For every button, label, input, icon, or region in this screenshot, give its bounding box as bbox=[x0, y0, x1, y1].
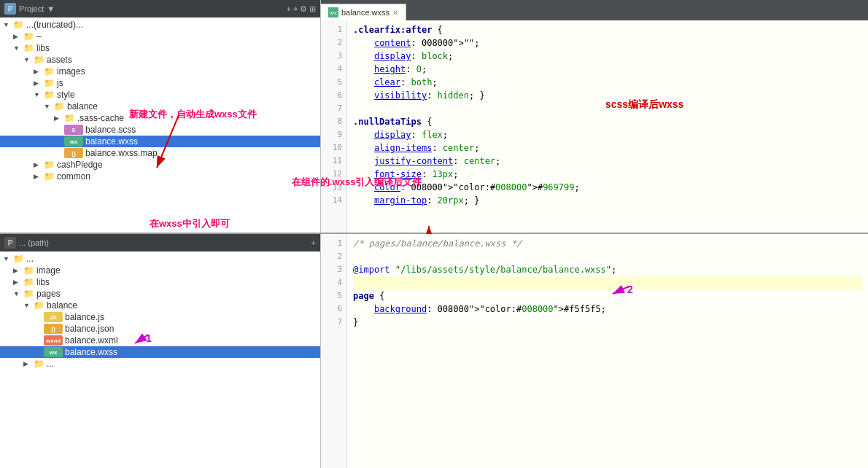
folder-icon: 📁 bbox=[44, 66, 55, 77]
tree-item-style[interactable]: ▼📁style bbox=[0, 89, 320, 101]
bottom-file-tree: ▼📁...▶📁image▶📁libs▼📁pages▼📁balanceJSbala… bbox=[0, 251, 320, 468]
tree-item-balance2[interactable]: ▼📁balance bbox=[0, 300, 320, 311]
folder-icon: 📁 bbox=[13, 254, 24, 264]
file-badge-file-wxml: wxml bbox=[44, 335, 63, 346]
code-line: color: 008000">"color:#008000">#969799; bbox=[353, 181, 862, 194]
line-number: 5 bbox=[321, 76, 342, 89]
folder-icon: 📁 bbox=[23, 277, 34, 287]
top-panel-header: P Project ▼ + ⌖ ⚙ ⊞ bbox=[0, 0, 320, 17]
code-line: .clearfix:after { bbox=[353, 23, 862, 36]
tree-item-balance-scss[interactable]: Sbalance.scss bbox=[0, 124, 320, 136]
item-label-pages2: pages bbox=[36, 289, 61, 299]
grid-btn[interactable]: ⊞ bbox=[309, 4, 316, 14]
file-badge-file-js: JS bbox=[44, 312, 63, 322]
settings-btn[interactable]: ⚙ bbox=[300, 4, 307, 14]
tree-item-balance-wxss-map[interactable]: {}balance.wxss.map bbox=[0, 147, 320, 159]
code-line: font-size: 13px; bbox=[353, 168, 862, 181]
item-label-balance-wxml: balance.wxml bbox=[65, 335, 118, 346]
folder-icon: 📁 bbox=[23, 31, 34, 42]
tree-item-balance-wxss2[interactable]: wxbalance.wxss bbox=[0, 346, 320, 358]
tree-item-js[interactable]: ▶📁js bbox=[0, 77, 320, 89]
top-line-numbers: 1234567891011121314 bbox=[321, 20, 347, 233]
code-line: justify-content: center; bbox=[353, 155, 862, 168]
code-line: } bbox=[353, 316, 862, 329]
tree-item-balance-json[interactable]: {}balance.json bbox=[0, 323, 320, 335]
project-icon: P bbox=[4, 3, 16, 15]
line-number: 3 bbox=[321, 263, 342, 276]
tree-item-balance-wxss[interactable]: wxbalance.wxss bbox=[0, 136, 320, 147]
bottom-file-panel: P ... (path) + ▼📁...▶📁image▶📁libs▼📁pages… bbox=[0, 234, 321, 468]
tree-item-libs2[interactable]: ▶📁libs bbox=[0, 276, 320, 288]
tree-item-balance-wxml[interactable]: wxmlbalance.wxml bbox=[0, 335, 320, 346]
file-badge-file-wxss: wx bbox=[64, 136, 83, 147]
folder-icon: 📁 bbox=[13, 20, 24, 30]
tree-item-image2[interactable]: ▶📁image bbox=[0, 265, 320, 276]
top-panel-title: Project bbox=[19, 4, 44, 13]
top-code-tab[interactable]: wx balance.wxss ✕ bbox=[321, 4, 406, 20]
folder-icon: 📁 bbox=[34, 359, 44, 369]
code-line: align-items: center; bbox=[353, 141, 862, 155]
tree-item-pages2[interactable]: ▼📁pages bbox=[0, 288, 320, 300]
top-panel-dropdown[interactable]: ▼ bbox=[47, 4, 55, 13]
item-label-sass-cache: .sass-cache bbox=[77, 113, 124, 123]
folder-icon: 📁 bbox=[44, 90, 55, 100]
tab-label: balance.wxss bbox=[341, 8, 390, 17]
folder-icon: 📁 bbox=[44, 78, 55, 88]
tab-close[interactable]: ✕ bbox=[392, 9, 398, 17]
line-number: 9 bbox=[321, 128, 342, 141]
line-number: 3 bbox=[321, 50, 342, 63]
tree-item-common[interactable]: ▶📁common bbox=[0, 171, 320, 182]
item-label-balance-wxss: balance.wxss bbox=[85, 136, 138, 147]
project-icon2: P bbox=[4, 237, 16, 249]
code-line bbox=[353, 250, 862, 263]
item-label-assets: assets bbox=[47, 55, 72, 65]
line-number: 4 bbox=[321, 276, 342, 289]
code-line: margin-top: 20rpx; } bbox=[353, 194, 862, 207]
code-line: /* pages/balance/balance.wxss */ bbox=[353, 237, 862, 250]
item-label-common: common bbox=[57, 171, 90, 182]
item-label-balance: balance bbox=[67, 101, 98, 112]
folder-icon: 📁 bbox=[44, 171, 55, 182]
line-number: 2 bbox=[321, 36, 342, 50]
bottom-line-numbers: 1234567 bbox=[321, 234, 347, 468]
code-line: height: 0; bbox=[353, 63, 862, 76]
line-number: 6 bbox=[321, 303, 342, 316]
folder-icon: 📁 bbox=[64, 113, 75, 123]
locate-btn[interactable]: ⌖ bbox=[293, 4, 298, 14]
tree-item-cashPledge[interactable]: ▶📁cashPledge bbox=[0, 159, 320, 171]
tree-item-sass-cache[interactable]: ▶📁.sass-cache bbox=[0, 112, 320, 124]
line-number: 5 bbox=[321, 289, 342, 303]
item-label-image2: image bbox=[36, 265, 61, 276]
bottom-code-content: 1234567 /* pages/balance/balance.wxss */… bbox=[321, 234, 868, 468]
panel-actions: + ⌖ ⚙ ⊞ bbox=[287, 4, 316, 14]
item-label-cashPledge: cashPledge bbox=[57, 160, 103, 170]
tree-item-f1[interactable]: ▶📁– bbox=[0, 31, 320, 42]
item-label-f1: – bbox=[36, 31, 42, 42]
item-label-balance2: balance bbox=[47, 300, 77, 311]
code-line: clear: both; bbox=[353, 76, 862, 89]
bottom-panel-title: ... (path) bbox=[19, 238, 49, 247]
bottom-code-lines: /* pages/balance/balance.wxss */ @import… bbox=[347, 234, 868, 468]
top-code-content: 1234567891011121314 .clearfix:after { co… bbox=[321, 20, 868, 233]
tree-item-root1[interactable]: ▼📁...(truncated)... bbox=[0, 19, 320, 31]
line-number: 8 bbox=[321, 115, 342, 128]
code-line bbox=[353, 102, 862, 115]
top-half: P Project ▼ + ⌖ ⚙ ⊞ ▼📁...(truncated)...▶… bbox=[0, 0, 868, 234]
bottom-panel-actions: + bbox=[311, 238, 316, 247]
item-label-root2: ... bbox=[26, 254, 34, 264]
code-line: content: 008000">""; bbox=[353, 36, 862, 50]
item-label-balance-js: balance.js bbox=[65, 312, 104, 322]
add-btn[interactable]: + bbox=[287, 4, 291, 14]
tree-item-libs[interactable]: ▼📁libs bbox=[0, 42, 320, 54]
item-label-libs2: libs bbox=[36, 277, 50, 287]
bottom-add-btn[interactable]: + bbox=[311, 238, 316, 247]
app-container: P Project ▼ + ⌖ ⚙ ⊞ ▼📁...(truncated)...▶… bbox=[0, 0, 868, 468]
file-badge-file-scss: S bbox=[64, 125, 83, 135]
tree-item-more[interactable]: ▶📁... bbox=[0, 358, 320, 370]
line-number: 1 bbox=[321, 23, 342, 36]
tree-item-balance-js[interactable]: JSbalance.js bbox=[0, 311, 320, 323]
tree-item-images[interactable]: ▶📁images bbox=[0, 66, 320, 77]
tree-item-root2[interactable]: ▼📁... bbox=[0, 253, 320, 265]
tree-item-balance[interactable]: ▼📁balance bbox=[0, 101, 320, 112]
tree-item-assets[interactable]: ▼📁assets bbox=[0, 54, 320, 66]
